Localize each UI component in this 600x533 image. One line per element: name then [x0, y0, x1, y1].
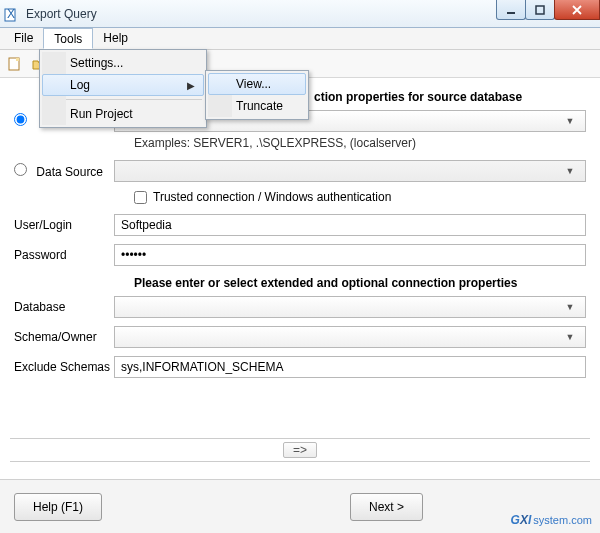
database-combo[interactable]: ▼	[114, 296, 586, 318]
menu-tools[interactable]: Tools	[43, 28, 93, 49]
submenu-view-label: View...	[236, 77, 271, 91]
row-trusted: Trusted connection / Windows authenticat…	[134, 190, 586, 204]
user-label: User/Login	[14, 218, 114, 232]
submenu-truncate[interactable]: Truncate	[208, 95, 306, 117]
datasource-radio-cell: Data Source	[14, 163, 114, 179]
chevron-down-icon: ▼	[561, 166, 579, 176]
chevron-down-icon: ▼	[561, 332, 579, 342]
datasource-combo[interactable]: ▼	[114, 160, 586, 182]
submenu-view[interactable]: View...	[208, 73, 306, 95]
password-input[interactable]	[114, 244, 586, 266]
tools-dropdown: Settings... Log ▶ Run Project	[39, 49, 207, 128]
row-password: Password	[14, 244, 586, 266]
row-database: Database ▼	[14, 296, 586, 318]
row-exclude: Exclude Schemas	[14, 356, 586, 378]
minimize-button[interactable]	[496, 0, 526, 20]
chevron-down-icon: ▼	[561, 302, 579, 312]
new-file-icon[interactable]	[6, 55, 24, 73]
menu-settings-label: Settings...	[70, 56, 123, 70]
svg-rect-2	[507, 12, 515, 14]
exclude-label: Exclude Schemas	[14, 360, 114, 374]
menu-help[interactable]: Help	[93, 28, 138, 49]
user-input[interactable]	[114, 214, 586, 236]
menu-separator	[44, 99, 202, 100]
expand-button-label: =>	[293, 443, 307, 457]
trusted-checkbox[interactable]	[134, 191, 147, 204]
separator-area: =>	[10, 438, 590, 462]
branding-sub: system.com	[533, 514, 592, 526]
heading1-text: ction properties for source database	[314, 90, 522, 104]
titlebar: X Export Query	[0, 0, 600, 28]
section-heading-source: ction properties for source database	[314, 90, 586, 104]
menubar: File Tools Help	[0, 28, 600, 50]
footer: Help (F1) Next > GXIsystem.com	[0, 479, 600, 533]
row-schema: Schema/Owner ▼	[14, 326, 586, 348]
server-hint: Examples: SERVER1, .\SQLEXPRESS, (locals…	[134, 136, 586, 150]
menu-log[interactable]: Log ▶	[42, 74, 204, 96]
menu-log-label: Log	[70, 78, 90, 92]
menu-file[interactable]: File	[4, 28, 43, 49]
database-label: Database	[14, 300, 114, 314]
svg-rect-5	[16, 58, 19, 61]
close-button[interactable]	[554, 0, 600, 20]
next-button[interactable]: Next >	[350, 493, 423, 521]
server-radio[interactable]	[14, 113, 27, 126]
app-icon: X	[4, 6, 20, 22]
submenu-truncate-label: Truncate	[236, 99, 283, 113]
help-button-label: Help (F1)	[33, 500, 83, 514]
trusted-label: Trusted connection / Windows authenticat…	[153, 190, 391, 204]
menu-run-project-label: Run Project	[70, 107, 133, 121]
menu-settings[interactable]: Settings...	[42, 52, 204, 74]
log-submenu: View... Truncate	[205, 70, 309, 120]
schema-label: Schema/Owner	[14, 330, 114, 344]
row-datasource: Data Source ▼	[14, 160, 586, 182]
datasource-label: Data Source	[36, 165, 103, 179]
menu-run-project[interactable]: Run Project	[42, 103, 204, 125]
section-heading-extended: Please enter or select extended and opti…	[134, 276, 586, 290]
maximize-button[interactable]	[525, 0, 555, 20]
branding-logo: GXIsystem.com	[511, 513, 592, 527]
password-label: Password	[14, 248, 114, 262]
svg-rect-3	[536, 6, 544, 14]
svg-text:X: X	[7, 7, 15, 21]
row-user: User/Login	[14, 214, 586, 236]
expand-button[interactable]: =>	[283, 442, 317, 458]
window-controls	[497, 0, 600, 20]
datasource-radio[interactable]	[14, 163, 27, 176]
schema-combo[interactable]: ▼	[114, 326, 586, 348]
submenu-arrow-icon: ▶	[187, 80, 195, 91]
chevron-down-icon: ▼	[561, 116, 579, 126]
separator-line-bottom	[10, 461, 590, 462]
window-title: Export Query	[26, 7, 97, 21]
next-button-label: Next >	[369, 500, 404, 514]
help-button[interactable]: Help (F1)	[14, 493, 102, 521]
exclude-input[interactable]	[114, 356, 586, 378]
